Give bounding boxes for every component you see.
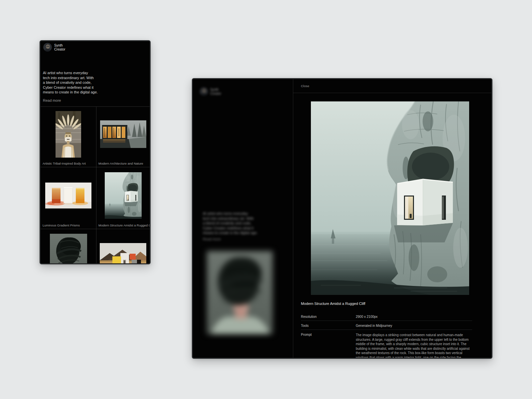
gallery-item-cliff-structure[interactable]: Modern Structure Amidst a Rugged Cliff <box>96 167 150 229</box>
resolution-value: 2900 x 2100px <box>356 315 472 319</box>
obscured-portrait-thumbnail <box>50 234 87 265</box>
gallery-item-architecture[interactable]: Modern Architecture and Nature <box>96 107 150 167</box>
profile-card-panel: Synth Creator AI artist who turns everyd… <box>40 40 151 264</box>
prisms-thumbnail <box>45 183 91 208</box>
architecture-thumbnail <box>100 120 146 148</box>
read-more-link[interactable]: Read more <box>43 98 61 102</box>
prompt-value: The image displays a striking contrast b… <box>356 333 472 359</box>
obscured-portrait-thumbnail-blurred <box>207 251 273 334</box>
gallery-item-collage[interactable] <box>96 229 150 264</box>
table-row-tools: Tools Generated in Midjourney <box>301 321 472 330</box>
blurred-profile-background: Synth Creator AI artist who turns everyd… <box>193 79 293 358</box>
artwork-title: Modern Structure Amidst a Rugged Cliff <box>301 302 365 306</box>
prompt-label: Prompt <box>301 333 356 336</box>
gallery-caption: Luminous Gradient Prisms <box>41 223 96 229</box>
desert-collage-thumbnail <box>100 243 146 265</box>
artwork-detail-panel: Synth Creator AI artist who turns everyd… <box>192 78 492 359</box>
gallery-caption: Modern Structure Amidst a Rugged Cliff <box>96 223 150 229</box>
resolution-label: Resolution <box>301 315 356 319</box>
creator-bio: AI artist who turns everyday tech into e… <box>43 70 98 95</box>
gallery-caption: Artistic Tribal-Inspired Body Art <box>41 162 96 167</box>
gallery-item-tribal[interactable]: Artistic Tribal-Inspired Body Art <box>41 107 96 167</box>
table-row-prompt: Prompt The image displays a striking con… <box>301 330 472 359</box>
creator-bio-blurred: AI artist who turns everyday tech into e… <box>203 211 258 235</box>
creator-name-blurred: Synth Creator <box>210 88 221 96</box>
artwork-image <box>311 101 469 295</box>
tools-label: Tools <box>301 324 356 328</box>
avatar <box>200 87 208 96</box>
artwork-modal: Close Modern Structure Amidst a Rugged C… <box>293 79 491 358</box>
read-more-link-blurred: Read more <box>203 237 221 241</box>
gallery-item-prisms[interactable]: Luminous Gradient Prisms <box>41 167 96 229</box>
close-button[interactable]: Close <box>301 84 309 88</box>
avatar <box>43 43 52 52</box>
modal-header: Close <box>293 79 491 93</box>
gallery-item-portrait[interactable] <box>41 229 96 264</box>
tools-value: Generated in Midjourney <box>356 324 472 328</box>
cliff-structure-thumbnail <box>105 172 142 219</box>
tribal-art-thumbnail <box>56 111 81 158</box>
gallery-caption: Modern Architecture and Nature <box>96 162 150 167</box>
creator-name: Synth Creator <box>54 44 65 52</box>
gallery-grid: Artistic Tribal-Inspired Body Art Modern… <box>41 106 150 264</box>
artwork-metadata-table: Resolution 2900 x 2100px Tools Generated… <box>301 312 472 359</box>
table-row-resolution: Resolution 2900 x 2100px <box>301 312 472 321</box>
